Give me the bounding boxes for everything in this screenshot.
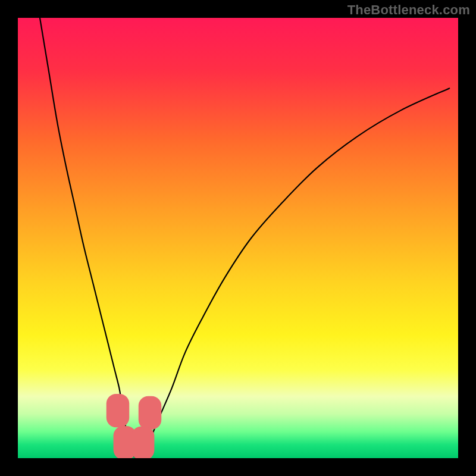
gradient-background xyxy=(18,18,458,458)
marker-dot-1 xyxy=(139,396,161,430)
watermark-text: TheBottleneck.com xyxy=(347,2,470,18)
chart-container: TheBottleneck.com xyxy=(0,0,476,476)
marker-dot-3 xyxy=(131,427,154,458)
bottleneck-chart xyxy=(18,18,458,458)
marker-dot-0 xyxy=(107,394,129,427)
plot-area xyxy=(18,18,458,458)
